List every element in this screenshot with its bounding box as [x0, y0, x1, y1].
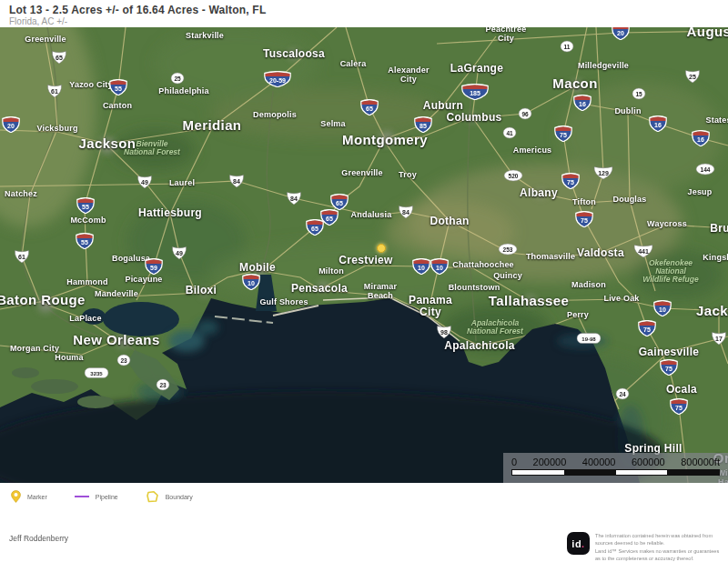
svg-text:16: 16 [579, 101, 586, 107]
svg-text:253: 253 [503, 246, 513, 253]
svg-text:20-59: 20-59 [269, 77, 286, 84]
interstate-shield-icon: 55 [76, 197, 95, 214]
svg-text:17: 17 [715, 336, 723, 342]
svg-text:84: 84 [290, 196, 298, 202]
interstate-shield-icon: 10 [412, 258, 430, 275]
svg-text:61: 61 [51, 88, 58, 95]
svg-text:3235: 3235 [90, 371, 103, 376]
svg-text:11: 11 [564, 44, 571, 50]
svg-text:129: 129 [598, 170, 609, 176]
interstate-shield-icon: 75 [638, 320, 656, 336]
svg-text:84: 84 [233, 178, 240, 185]
interstate-shield-icon: 65 [306, 219, 324, 236]
scalebar-ticks: 0200000400000600000800000ft [511, 457, 720, 467]
lot-marker-pin[interactable] [377, 244, 386, 253]
scalebar-tick: 600000 [632, 457, 665, 467]
svg-text:16: 16 [697, 136, 704, 143]
svg-text:75: 75 [560, 132, 567, 138]
svg-text:20: 20 [7, 123, 15, 129]
interstate-shield-icon: 16 [573, 95, 592, 111]
interstate-shield-icon: 75 [670, 398, 688, 415]
scalebar-tick: 0 [511, 457, 517, 467]
svg-text:25: 25 [174, 75, 181, 82]
us-route-shield-icon: 84 [398, 205, 415, 220]
svg-text:65: 65 [366, 105, 373, 112]
interstate-shield-icon: 75 [575, 211, 593, 227]
svg-text:10: 10 [418, 265, 425, 271]
interstate-shield-icon: 65 [330, 194, 349, 210]
interstate-shield-icon: 75 [561, 173, 580, 189]
us-route-shield-icon: 65 [51, 50, 68, 65]
state-route-pill-icon: 3235 [85, 367, 109, 378]
svg-text:23: 23 [120, 357, 127, 364]
us-route-shield-icon: 25 [684, 69, 702, 85]
svg-text:185: 185 [470, 90, 480, 96]
map-scalebar: 0200000400000600000800000ft [503, 453, 728, 483]
svg-text:75: 75 [581, 217, 588, 224]
state-route-circle-icon: 15 [632, 87, 646, 100]
author-name: Jeff Roddenberry [9, 534, 68, 543]
legend-item: Boundary [146, 491, 193, 503]
us-route-shield-icon: 129 [592, 166, 614, 181]
page-subtitle: Florida, AC +/- [9, 16, 67, 26]
scalebar-bar [511, 469, 720, 476]
marker-pin-icon [11, 490, 21, 503]
disclaimer-line: The information contained herein was obt… [595, 532, 721, 547]
svg-text:41: 41 [506, 130, 513, 136]
us-route-shield-icon: 49 [136, 175, 154, 190]
svg-text:65: 65 [56, 55, 63, 61]
state-route-circle-icon: 144 [695, 163, 715, 176]
svg-text:49: 49 [176, 250, 183, 256]
scalebar-tick: 400000 [582, 457, 616, 467]
scalebar-tick: 800000ft [681, 457, 720, 467]
legend-item: Pipeline [75, 494, 118, 500]
svg-text:441: 441 [638, 248, 649, 255]
svg-text:96: 96 [521, 111, 529, 117]
svg-text:15: 15 [635, 91, 642, 97]
us-route-shield-icon: 61 [14, 249, 31, 265]
svg-text:84: 84 [402, 209, 410, 216]
state-route-circle-icon: 23 [116, 354, 131, 366]
state-route-circle-icon: 41 [502, 126, 517, 139]
disclaimer-line: Land id™ Services makes no warranties or… [595, 547, 721, 562]
svg-text:75: 75 [665, 366, 672, 372]
us-route-shield-icon: 17 [711, 331, 728, 346]
interstate-shield-icon: 20-59 [264, 71, 291, 87]
state-route-circle-icon: 24 [615, 387, 630, 400]
svg-text:75: 75 [643, 326, 651, 333]
interstate-shield-icon: 10 [430, 258, 449, 275]
svg-text:75: 75 [675, 405, 682, 411]
svg-text:520: 520 [509, 173, 519, 179]
map-legend: MarkerPipelineBoundary [0, 483, 728, 510]
interstate-shield-icon: 55 [109, 79, 127, 95]
interstate-shield-icon: 65 [320, 209, 339, 226]
legend-label: Pipeline [96, 494, 118, 500]
interstate-shield-icon: 10 [242, 274, 260, 290]
map-shields-layer: 20 55 55 55 59 20-59 20 [0, 27, 728, 483]
svg-text:16: 16 [654, 122, 662, 128]
boundary-polygon-icon [146, 491, 159, 503]
svg-text:55: 55 [115, 85, 122, 92]
interstate-shield-icon: 65 [360, 99, 379, 115]
interstate-shield-icon: 85 [414, 116, 432, 133]
interstate-shield-icon: 185 [461, 84, 489, 100]
interstate-shield-icon: 20 [612, 27, 630, 40]
report-header: Lot 13 - 2.5 Acres +/- of 16.64 Acres - … [0, 0, 728, 27]
interstate-shield-icon: 20 [2, 116, 20, 133]
svg-text:75: 75 [567, 179, 574, 186]
interstate-shield-icon: 16 [692, 130, 710, 146]
svg-text:55: 55 [82, 204, 89, 210]
state-route-circle-icon: 253 [498, 243, 518, 256]
credit-block: id. The information contained herein was… [567, 532, 721, 562]
state-route-pill-icon: 19-98 [577, 333, 602, 344]
page-title: Lot 13 - 2.5 Acres +/- of 16.64 Acres - … [9, 4, 266, 16]
svg-text:20: 20 [617, 30, 624, 36]
interstate-shield-icon: 10 [653, 300, 672, 316]
svg-text:19-98: 19-98 [581, 336, 596, 342]
interstate-shield-icon: 55 [76, 233, 94, 249]
pipeline-line-icon [75, 495, 89, 498]
state-route-circle-icon: 11 [560, 40, 574, 53]
map-canvas[interactable]: JacksonMeridianMontgomeryMaconAugustaBat… [0, 27, 728, 483]
svg-text:25: 25 [689, 74, 696, 80]
svg-text:59: 59 [150, 265, 157, 271]
